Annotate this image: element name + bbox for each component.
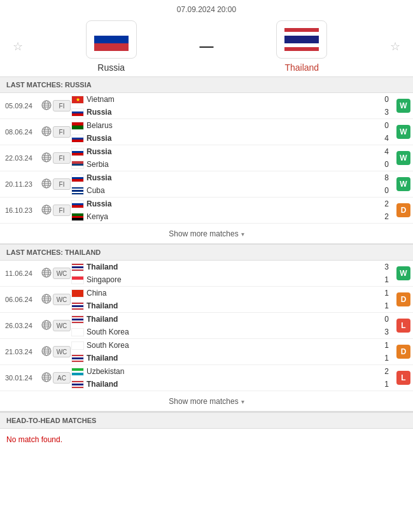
team1-name: Belarus	[87, 121, 376, 130]
team1-flag	[71, 263, 84, 271]
team-line-2: Thailand 1	[71, 352, 394, 364]
globe-icon	[41, 178, 52, 191]
match-date: 30.01.24	[0, 365, 43, 391]
team-line-2: Russia 3	[71, 106, 394, 119]
globe-icon	[41, 152, 52, 164]
favorite-star-right[interactable]: ☆	[390, 40, 400, 54]
russia-flag	[94, 28, 129, 51]
team2-score: 3	[376, 108, 389, 117]
globe-icon	[41, 294, 52, 306]
globe-icon	[41, 126, 52, 138]
russia-section-header: LAST MATCHES: RUSSIA	[0, 76, 413, 93]
team-thailand: Thailand	[251, 20, 353, 73]
team-line-2: South Korea 3	[71, 326, 394, 338]
match-type-badge: FI	[53, 205, 71, 216]
team1-flag	[71, 96, 84, 104]
match-date: 21.03.24	[0, 339, 43, 364]
globe-icon	[41, 346, 52, 358]
team1-flag	[71, 122, 84, 130]
result-badge: D	[396, 292, 410, 306]
globe-icon	[41, 205, 52, 217]
team1-score: 1	[376, 341, 389, 350]
team-line-1: Russia 4	[71, 145, 394, 158]
chevron-down-icon-2: ▾	[241, 398, 244, 405]
team2-name: Serbia	[87, 160, 376, 169]
match-row: 22.03.24 FI Russia 4 Serbia 0	[0, 145, 413, 171]
team2-score: 3	[376, 327, 389, 336]
team1-name: South Korea	[87, 341, 376, 350]
match-row: 21.03.24 WC South Korea 1 Thailand 1	[0, 339, 413, 364]
team1-score: 1	[376, 289, 389, 298]
team2-name: Russia	[87, 134, 376, 143]
match-group: 05.09.24 FI Vietnam 0 Russia 3	[0, 93, 413, 119]
team2-name: Thailand	[87, 354, 376, 363]
team2-score: 1	[376, 301, 389, 310]
globe-icon	[41, 372, 52, 384]
match-date: 08.06.24	[0, 119, 43, 145]
team2-flag	[71, 187, 84, 195]
team2-score: 1	[376, 354, 389, 363]
russia-show-more-row: Show more matches ▾	[0, 224, 413, 244]
match-type-badge: WC	[53, 268, 71, 279]
chevron-down-icon: ▾	[241, 231, 244, 238]
team1-score: 4	[376, 147, 389, 156]
match-group: 22.03.24 FI Russia 4 Serbia 0	[0, 145, 413, 171]
team-line-2: Russia 4	[71, 132, 394, 145]
team2-name: Kenya	[87, 212, 376, 221]
no-match-text: No match found.	[0, 429, 413, 450]
match-date: 22.03.24	[0, 145, 43, 171]
thailand-show-more-button[interactable]: Show more matches ▾	[169, 397, 244, 406]
result-badge: L	[396, 371, 410, 385]
team-line-1: South Korea 1	[71, 339, 394, 352]
team1-flag	[71, 148, 84, 156]
team1-flag	[71, 341, 84, 350]
team1-score: 3	[376, 262, 389, 271]
globe-icon	[41, 320, 52, 332]
match-date: 05.09.24	[0, 93, 43, 119]
match-row: 16.10.23 FI Russia 2 Kenya 2	[0, 198, 413, 223]
team2-name: Cuba	[87, 186, 376, 195]
team2-name: South Korea	[87, 327, 376, 336]
favorite-star-left[interactable]: ☆	[13, 40, 23, 54]
team2-name: Thailand	[87, 380, 376, 389]
globe-icon	[41, 100, 52, 112]
team1-name: Uzbekistan	[87, 367, 376, 376]
match-row: 06.06.24 WC China 1 Thailand 1	[0, 287, 413, 312]
result-badge: D	[396, 345, 410, 359]
team-line-2: Singapore 1	[71, 273, 394, 286]
match-type-badge: FI	[53, 100, 71, 111]
team-line-1: Russia 2	[71, 198, 394, 210]
team2-score: 4	[376, 134, 389, 143]
result-badge: W	[396, 151, 410, 165]
match-date: 16.10.23	[0, 198, 43, 223]
team1-score: 0	[376, 315, 389, 324]
globe-icon	[41, 268, 52, 280]
team1-score: 0	[376, 95, 389, 104]
match-group: 06.06.24 WC China 1 Thailand 1	[0, 287, 413, 313]
team2-flag	[71, 134, 84, 143]
thailand-show-more-row: Show more matches ▾	[0, 391, 413, 412]
thailand-section-header: LAST MATCHES: THAILAND	[0, 244, 413, 261]
team2-score: 0	[376, 186, 389, 195]
team2-flag	[71, 302, 84, 310]
team-line-1: Belarus 0	[71, 119, 394, 132]
match-group: 08.06.24 FI Belarus 0 Russia 4	[0, 119, 413, 145]
team2-flag	[71, 328, 84, 336]
thailand-matches-list: 11.06.24 WC Thailand 3 Singapore 1	[0, 261, 413, 391]
match-type-badge: FI	[53, 178, 71, 190]
team2-flag	[71, 354, 84, 363]
match-type-badge: WC	[53, 346, 71, 357]
team1-name: Thailand	[87, 262, 376, 271]
team1-name: Russia	[87, 173, 376, 182]
match-row: 30.01.24 AC Uzbekistan 2 Thailand 1	[0, 365, 413, 391]
team-line-1: Thailand 3	[71, 261, 394, 273]
team2-flag	[71, 108, 84, 117]
team2-score: 1	[376, 380, 389, 389]
match-type-badge: WC	[53, 320, 71, 331]
match-group: 16.10.23 FI Russia 2 Kenya 2	[0, 198, 413, 224]
russia-show-more-button[interactable]: Show more matches ▾	[169, 229, 244, 238]
match-date: 20.11.23	[0, 171, 43, 197]
team1-flag	[71, 315, 84, 324]
team2-name: Thailand	[87, 301, 376, 310]
h2h-section: HEAD-TO-HEAD MATCHES No match found.	[0, 412, 413, 450]
